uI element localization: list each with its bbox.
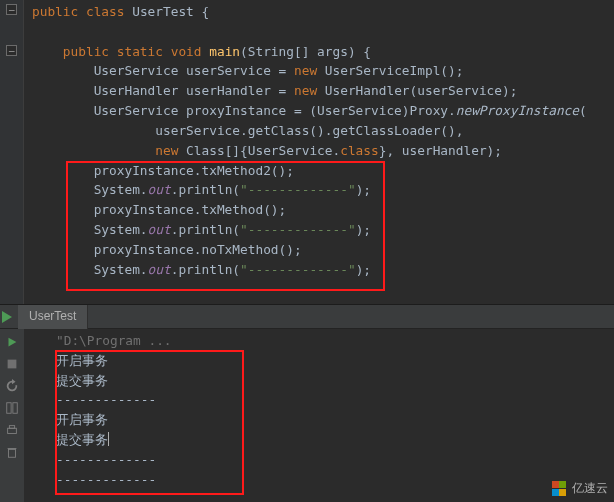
console-gutter <box>0 329 24 502</box>
field: out <box>148 262 171 277</box>
console-output[interactable]: "D:\Program ... 开启事务 提交事务 ------------- … <box>24 329 614 502</box>
string: "-------------" <box>240 182 356 197</box>
string: "-------------" <box>240 222 356 237</box>
rerun-icon[interactable] <box>5 335 19 349</box>
print-icon[interactable] <box>5 423 19 437</box>
svg-rect-6 <box>9 449 16 457</box>
restart-icon[interactable] <box>5 379 19 393</box>
keyword: new <box>294 63 325 78</box>
keyword: class <box>340 143 379 158</box>
fold-icon[interactable] <box>6 4 17 15</box>
output-text: "D:\Program ... 开启事务 提交事务 ------------- … <box>56 331 172 490</box>
run-tab[interactable]: UserTest <box>18 304 88 329</box>
keyword: public static void <box>63 44 209 59</box>
field: out <box>148 182 171 197</box>
run-icon[interactable] <box>2 311 11 323</box>
watermark: 亿速云 <box>552 479 608 498</box>
keyword: public class <box>32 4 132 19</box>
layout-icon[interactable] <box>5 401 19 415</box>
run-toolbar: UserTest <box>0 305 614 329</box>
string: "-------------" <box>240 262 356 277</box>
keyword: new <box>294 83 325 98</box>
static-call: newProxyInstance <box>456 103 579 118</box>
code-block[interactable]: public class UserTest { public static vo… <box>32 2 587 280</box>
console-panel: "D:\Program ... 开启事务 提交事务 ------------- … <box>0 329 614 502</box>
svg-rect-5 <box>9 426 14 429</box>
svg-rect-1 <box>8 360 17 369</box>
stop-icon[interactable] <box>5 357 19 371</box>
svg-rect-2 <box>7 403 11 414</box>
code-editor[interactable]: public class UserTest { public static vo… <box>0 0 614 305</box>
logo-icon <box>552 481 567 496</box>
editor-gutter <box>0 0 24 304</box>
trash-icon[interactable] <box>5 445 19 459</box>
svg-rect-4 <box>8 428 17 433</box>
watermark-text: 亿速云 <box>572 479 608 498</box>
svg-marker-0 <box>9 338 17 347</box>
keyword: new <box>155 143 186 158</box>
method-name: main <box>209 44 240 59</box>
field: out <box>148 222 171 237</box>
text-caret <box>108 432 109 446</box>
fold-icon[interactable] <box>6 45 17 56</box>
svg-rect-3 <box>13 403 17 414</box>
